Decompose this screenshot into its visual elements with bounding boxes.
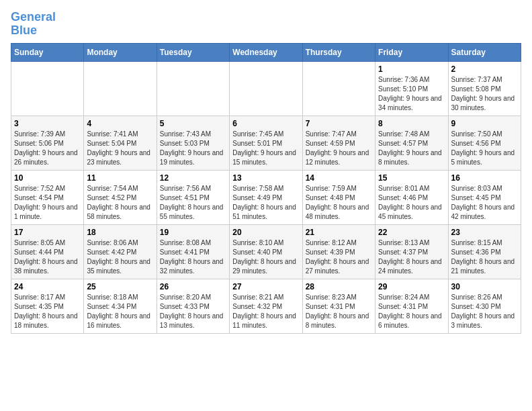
day-number: 28 [306,282,372,291]
day-info: Sunrise: 8:12 AM Sunset: 4:39 PM Dayligh… [306,238,372,276]
day-cell [230,61,302,116]
day-info: Sunrise: 7:37 AM Sunset: 5:08 PM Dayligh… [451,75,518,113]
day-cell: 13Sunrise: 7:58 AM Sunset: 4:49 PM Dayli… [230,170,302,224]
logo-text-line2: Blue [11,24,56,38]
day-cell: 19Sunrise: 8:08 AM Sunset: 4:41 PM Dayli… [157,224,229,279]
day-info: Sunrise: 8:08 AM Sunset: 4:41 PM Dayligh… [160,238,226,276]
day-cell [84,61,157,116]
day-info: Sunrise: 8:26 AM Sunset: 4:30 PM Dayligh… [451,293,518,330]
day-number: 8 [378,119,445,128]
day-info: Sunrise: 8:13 AM Sunset: 4:37 PM Dayligh… [378,238,445,276]
day-number: 15 [378,173,445,183]
day-number: 25 [87,282,153,291]
day-number: 21 [306,228,372,237]
header-day-wednesday: Wednesday [230,43,302,61]
header: General Blue General Blue [11,11,521,38]
day-info: Sunrise: 8:03 AM Sunset: 4:45 PM Dayligh… [451,184,518,222]
day-cell: 24Sunrise: 8:17 AM Sunset: 4:35 PM Dayli… [11,279,84,333]
calendar-header: SundayMondayTuesdayWednesdayThursdayFrid… [11,43,521,61]
day-number: 19 [160,228,226,237]
day-number: 6 [232,119,299,128]
header-day-sunday: Sunday [11,43,84,61]
header-day-thursday: Thursday [302,43,375,61]
day-number: 18 [87,228,153,237]
header-day-monday: Monday [84,43,157,61]
day-number: 27 [232,282,299,291]
header-row: SundayMondayTuesdayWednesdayThursdayFrid… [11,43,521,61]
header-day-tuesday: Tuesday [157,43,229,61]
day-cell: 10Sunrise: 7:52 AM Sunset: 4:54 PM Dayli… [11,170,84,224]
day-number: 2 [451,64,518,74]
calendar-table: SundayMondayTuesdayWednesdayThursdayFrid… [11,43,521,334]
day-cell: 27Sunrise: 8:21 AM Sunset: 4:32 PM Dayli… [230,279,302,333]
day-cell: 3Sunrise: 7:39 AM Sunset: 5:06 PM Daylig… [11,116,84,170]
day-cell: 9Sunrise: 7:50 AM Sunset: 4:56 PM Daylig… [448,116,521,170]
day-cell [11,61,84,116]
day-number: 29 [378,282,445,291]
week-row-1: 3Sunrise: 7:39 AM Sunset: 5:06 PM Daylig… [11,116,521,170]
day-cell: 12Sunrise: 7:56 AM Sunset: 4:51 PM Dayli… [157,170,229,224]
day-cell: 8Sunrise: 7:48 AM Sunset: 4:57 PM Daylig… [375,116,448,170]
day-info: Sunrise: 7:58 AM Sunset: 4:49 PM Dayligh… [232,184,299,222]
day-info: Sunrise: 7:56 AM Sunset: 4:51 PM Dayligh… [160,184,226,222]
day-info: Sunrise: 7:41 AM Sunset: 5:04 PM Dayligh… [87,130,153,167]
day-number: 4 [87,119,153,128]
logo: General Blue General Blue [11,11,56,38]
day-info: Sunrise: 7:47 AM Sunset: 4:59 PM Dayligh… [306,130,372,167]
day-number: 17 [14,228,81,237]
day-cell [302,61,375,116]
day-cell: 29Sunrise: 8:24 AM Sunset: 4:31 PM Dayli… [375,279,448,333]
day-cell: 30Sunrise: 8:26 AM Sunset: 4:30 PM Dayli… [448,279,521,333]
day-cell: 6Sunrise: 7:45 AM Sunset: 5:01 PM Daylig… [230,116,302,170]
week-row-3: 17Sunrise: 8:05 AM Sunset: 4:44 PM Dayli… [11,224,521,279]
day-number: 16 [451,173,518,183]
day-cell: 4Sunrise: 7:41 AM Sunset: 5:04 PM Daylig… [84,116,157,170]
day-cell: 14Sunrise: 7:59 AM Sunset: 4:48 PM Dayli… [302,170,375,224]
day-number: 23 [451,228,518,237]
week-row-0: 1Sunrise: 7:36 AM Sunset: 5:10 PM Daylig… [11,61,521,116]
day-number: 9 [451,119,518,128]
day-number: 12 [160,173,226,183]
day-info: Sunrise: 7:50 AM Sunset: 4:56 PM Dayligh… [451,130,518,167]
day-cell: 7Sunrise: 7:47 AM Sunset: 4:59 PM Daylig… [302,116,375,170]
day-info: Sunrise: 7:59 AM Sunset: 4:48 PM Dayligh… [306,184,372,222]
day-info: Sunrise: 8:05 AM Sunset: 4:44 PM Dayligh… [14,238,81,276]
header-day-saturday: Saturday [448,43,521,61]
day-info: Sunrise: 7:52 AM Sunset: 4:54 PM Dayligh… [14,184,81,222]
day-info: Sunrise: 8:18 AM Sunset: 4:34 PM Dayligh… [87,293,153,330]
week-row-2: 10Sunrise: 7:52 AM Sunset: 4:54 PM Dayli… [11,170,521,224]
header-day-friday: Friday [375,43,448,61]
day-cell: 25Sunrise: 8:18 AM Sunset: 4:34 PM Dayli… [84,279,157,333]
day-info: Sunrise: 8:15 AM Sunset: 4:36 PM Dayligh… [451,238,518,276]
day-cell: 21Sunrise: 8:12 AM Sunset: 4:39 PM Dayli… [302,224,375,279]
day-cell: 11Sunrise: 7:54 AM Sunset: 4:52 PM Dayli… [84,170,157,224]
day-cell [157,61,229,116]
day-info: Sunrise: 8:17 AM Sunset: 4:35 PM Dayligh… [14,293,81,330]
day-number: 14 [306,173,372,183]
calendar-body: 1Sunrise: 7:36 AM Sunset: 5:10 PM Daylig… [11,61,521,333]
week-row-4: 24Sunrise: 8:17 AM Sunset: 4:35 PM Dayli… [11,279,521,333]
day-info: Sunrise: 7:48 AM Sunset: 4:57 PM Dayligh… [378,130,445,167]
day-info: Sunrise: 7:36 AM Sunset: 5:10 PM Dayligh… [378,75,445,113]
day-number: 22 [378,228,445,237]
day-cell: 23Sunrise: 8:15 AM Sunset: 4:36 PM Dayli… [448,224,521,279]
day-cell: 5Sunrise: 7:43 AM Sunset: 5:03 PM Daylig… [157,116,229,170]
day-info: Sunrise: 8:23 AM Sunset: 4:31 PM Dayligh… [306,293,372,330]
day-info: Sunrise: 8:21 AM Sunset: 4:32 PM Dayligh… [232,293,299,330]
day-number: 30 [451,282,518,291]
day-number: 26 [160,282,226,291]
day-info: Sunrise: 8:10 AM Sunset: 4:40 PM Dayligh… [232,238,299,276]
day-number: 7 [306,119,372,128]
day-cell: 26Sunrise: 8:20 AM Sunset: 4:33 PM Dayli… [157,279,229,333]
day-number: 11 [87,173,153,183]
day-cell: 20Sunrise: 8:10 AM Sunset: 4:40 PM Dayli… [230,224,302,279]
day-number: 20 [232,228,299,237]
day-cell: 16Sunrise: 8:03 AM Sunset: 4:45 PM Dayli… [448,170,521,224]
day-cell: 17Sunrise: 8:05 AM Sunset: 4:44 PM Dayli… [11,224,84,279]
day-number: 24 [14,282,81,291]
day-number: 5 [160,119,226,128]
day-cell: 28Sunrise: 8:23 AM Sunset: 4:31 PM Dayli… [302,279,375,333]
day-cell: 1Sunrise: 7:36 AM Sunset: 5:10 PM Daylig… [375,61,448,116]
day-number: 13 [232,173,299,183]
day-info: Sunrise: 8:24 AM Sunset: 4:31 PM Dayligh… [378,293,445,330]
